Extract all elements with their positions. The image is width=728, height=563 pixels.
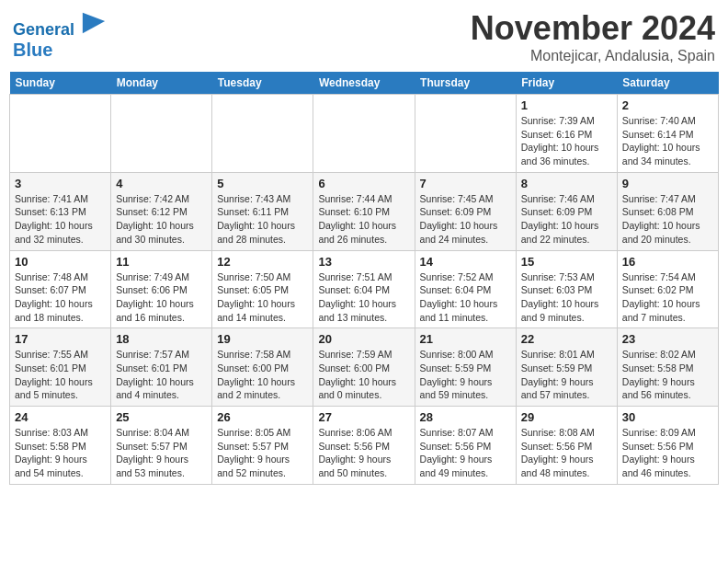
- day-cell: 28Sunrise: 8:07 AM Sunset: 5:56 PM Dayli…: [415, 407, 516, 485]
- day-info: Sunrise: 7:53 AM Sunset: 6:03 PM Dayligh…: [521, 270, 612, 325]
- day-cell: 2Sunrise: 7:40 AM Sunset: 6:14 PM Daylig…: [617, 95, 718, 173]
- day-info: Sunrise: 7:57 AM Sunset: 6:01 PM Dayligh…: [116, 348, 207, 402]
- day-cell: 24Sunrise: 8:03 AM Sunset: 5:58 PM Dayli…: [10, 407, 111, 485]
- weekday-header-monday: Monday: [111, 72, 212, 95]
- day-info: Sunrise: 7:54 AM Sunset: 6:02 PM Dayligh…: [622, 270, 713, 325]
- header: General Blue November 2024 Montejicar, A…: [9, 9, 719, 64]
- day-info: Sunrise: 7:39 AM Sunset: 6:16 PM Dayligh…: [521, 114, 612, 168]
- day-info: Sunrise: 7:44 AM Sunset: 6:10 PM Dayligh…: [318, 192, 409, 247]
- day-info: Sunrise: 8:07 AM Sunset: 5:56 PM Dayligh…: [420, 426, 511, 480]
- day-number: 14: [420, 255, 511, 269]
- day-cell: 7Sunrise: 7:45 AM Sunset: 6:09 PM Daylig…: [415, 172, 516, 250]
- day-cell: 11Sunrise: 7:49 AM Sunset: 6:06 PM Dayli…: [111, 250, 212, 328]
- day-number: 27: [318, 410, 409, 424]
- weekday-header-friday: Friday: [516, 72, 617, 95]
- logo-general: General: [13, 20, 74, 39]
- day-cell: 9Sunrise: 7:47 AM Sunset: 6:08 PM Daylig…: [617, 172, 718, 250]
- day-info: Sunrise: 7:52 AM Sunset: 6:04 PM Dayligh…: [420, 270, 511, 325]
- day-info: Sunrise: 7:55 AM Sunset: 6:01 PM Dayligh…: [15, 348, 106, 402]
- day-number: 21: [420, 332, 511, 346]
- weekday-header-wednesday: Wednesday: [313, 72, 415, 95]
- day-number: 1: [521, 98, 612, 112]
- weekday-header-tuesday: Tuesday: [212, 72, 313, 95]
- day-cell: 1Sunrise: 7:39 AM Sunset: 6:16 PM Daylig…: [516, 95, 617, 173]
- day-cell: [212, 95, 313, 173]
- day-number: 16: [622, 255, 713, 269]
- day-cell: 10Sunrise: 7:48 AM Sunset: 6:07 PM Dayli…: [10, 250, 111, 328]
- day-number: 19: [217, 332, 308, 346]
- day-cell: 5Sunrise: 7:43 AM Sunset: 6:11 PM Daylig…: [212, 172, 313, 250]
- logo-text: General: [13, 9, 107, 40]
- day-info: Sunrise: 7:46 AM Sunset: 6:09 PM Dayligh…: [521, 192, 612, 247]
- day-info: Sunrise: 7:42 AM Sunset: 6:12 PM Dayligh…: [116, 192, 207, 247]
- day-cell: 17Sunrise: 7:55 AM Sunset: 6:01 PM Dayli…: [10, 328, 111, 407]
- logo: General Blue: [13, 9, 107, 60]
- day-info: Sunrise: 7:49 AM Sunset: 6:06 PM Dayligh…: [116, 270, 207, 325]
- day-info: Sunrise: 7:50 AM Sunset: 6:05 PM Dayligh…: [217, 270, 308, 325]
- location-subtitle: Montejicar, Andalusia, Spain: [471, 48, 715, 64]
- day-number: 23: [622, 332, 713, 346]
- day-cell: 4Sunrise: 7:42 AM Sunset: 6:12 PM Daylig…: [111, 172, 212, 250]
- svg-marker-0: [83, 13, 105, 33]
- day-cell: [111, 95, 212, 173]
- day-info: Sunrise: 7:51 AM Sunset: 6:04 PM Dayligh…: [318, 270, 409, 325]
- day-number: 6: [318, 177, 409, 190]
- day-number: 28: [420, 410, 511, 424]
- weekday-header-row: SundayMondayTuesdayWednesdayThursdayFrid…: [10, 72, 719, 95]
- day-info: Sunrise: 8:01 AM Sunset: 5:59 PM Dayligh…: [521, 348, 612, 402]
- weekday-header-thursday: Thursday: [415, 72, 516, 95]
- day-number: 7: [420, 177, 511, 190]
- day-info: Sunrise: 8:04 AM Sunset: 5:57 PM Dayligh…: [116, 426, 207, 480]
- day-info: Sunrise: 7:59 AM Sunset: 6:00 PM Dayligh…: [318, 348, 409, 402]
- day-cell: [415, 95, 516, 173]
- day-cell: 21Sunrise: 8:00 AM Sunset: 5:59 PM Dayli…: [415, 328, 516, 407]
- day-number: 10: [15, 255, 106, 269]
- day-cell: 22Sunrise: 8:01 AM Sunset: 5:59 PM Dayli…: [516, 328, 617, 407]
- day-number: 4: [116, 177, 207, 190]
- day-cell: 14Sunrise: 7:52 AM Sunset: 6:04 PM Dayli…: [415, 250, 516, 328]
- logo-blue: Blue: [13, 40, 107, 60]
- week-row-2: 3Sunrise: 7:41 AM Sunset: 6:13 PM Daylig…: [10, 172, 719, 250]
- day-info: Sunrise: 7:48 AM Sunset: 6:07 PM Dayligh…: [15, 270, 106, 325]
- month-title: November 2024: [471, 9, 715, 48]
- day-cell: 29Sunrise: 8:08 AM Sunset: 5:56 PM Dayli…: [516, 407, 617, 485]
- day-cell: 19Sunrise: 7:58 AM Sunset: 6:00 PM Dayli…: [212, 328, 313, 407]
- day-number: 12: [217, 255, 308, 269]
- day-number: 11: [116, 255, 207, 269]
- day-number: 30: [622, 410, 713, 424]
- weekday-header-sunday: Sunday: [10, 72, 111, 95]
- day-info: Sunrise: 8:05 AM Sunset: 5:57 PM Dayligh…: [217, 426, 308, 480]
- day-number: 22: [521, 332, 612, 346]
- day-number: 9: [622, 177, 713, 190]
- day-cell: 26Sunrise: 8:05 AM Sunset: 5:57 PM Dayli…: [212, 407, 313, 485]
- week-row-1: 1Sunrise: 7:39 AM Sunset: 6:16 PM Daylig…: [10, 95, 719, 173]
- weekday-header-saturday: Saturday: [617, 72, 718, 95]
- day-number: 2: [622, 98, 713, 112]
- day-cell: 16Sunrise: 7:54 AM Sunset: 6:02 PM Dayli…: [617, 250, 718, 328]
- logo-icon: [81, 9, 107, 35]
- calendar-table: SundayMondayTuesdayWednesdayThursdayFrid…: [9, 72, 719, 485]
- day-info: Sunrise: 7:47 AM Sunset: 6:08 PM Dayligh…: [622, 192, 713, 247]
- day-info: Sunrise: 7:40 AM Sunset: 6:14 PM Dayligh…: [622, 114, 713, 168]
- day-cell: 18Sunrise: 7:57 AM Sunset: 6:01 PM Dayli…: [111, 328, 212, 407]
- day-cell: 15Sunrise: 7:53 AM Sunset: 6:03 PM Dayli…: [516, 250, 617, 328]
- week-row-4: 17Sunrise: 7:55 AM Sunset: 6:01 PM Dayli…: [10, 328, 719, 407]
- day-cell: 8Sunrise: 7:46 AM Sunset: 6:09 PM Daylig…: [516, 172, 617, 250]
- day-number: 13: [318, 255, 409, 269]
- day-info: Sunrise: 7:45 AM Sunset: 6:09 PM Dayligh…: [420, 192, 511, 247]
- day-cell: 13Sunrise: 7:51 AM Sunset: 6:04 PM Dayli…: [313, 250, 415, 328]
- day-cell: 3Sunrise: 7:41 AM Sunset: 6:13 PM Daylig…: [10, 172, 111, 250]
- day-info: Sunrise: 8:03 AM Sunset: 5:58 PM Dayligh…: [15, 426, 106, 480]
- day-info: Sunrise: 8:09 AM Sunset: 5:56 PM Dayligh…: [622, 426, 713, 480]
- day-number: 26: [217, 410, 308, 424]
- day-cell: 30Sunrise: 8:09 AM Sunset: 5:56 PM Dayli…: [617, 407, 718, 485]
- day-number: 24: [15, 410, 106, 424]
- day-number: 5: [217, 177, 308, 190]
- day-cell: 23Sunrise: 8:02 AM Sunset: 5:58 PM Dayli…: [617, 328, 718, 407]
- day-cell: 25Sunrise: 8:04 AM Sunset: 5:57 PM Dayli…: [111, 407, 212, 485]
- day-info: Sunrise: 8:08 AM Sunset: 5:56 PM Dayligh…: [521, 426, 612, 480]
- day-cell: [313, 95, 415, 173]
- day-info: Sunrise: 8:00 AM Sunset: 5:59 PM Dayligh…: [420, 348, 511, 402]
- day-cell: 12Sunrise: 7:50 AM Sunset: 6:05 PM Dayli…: [212, 250, 313, 328]
- day-number: 3: [15, 177, 106, 190]
